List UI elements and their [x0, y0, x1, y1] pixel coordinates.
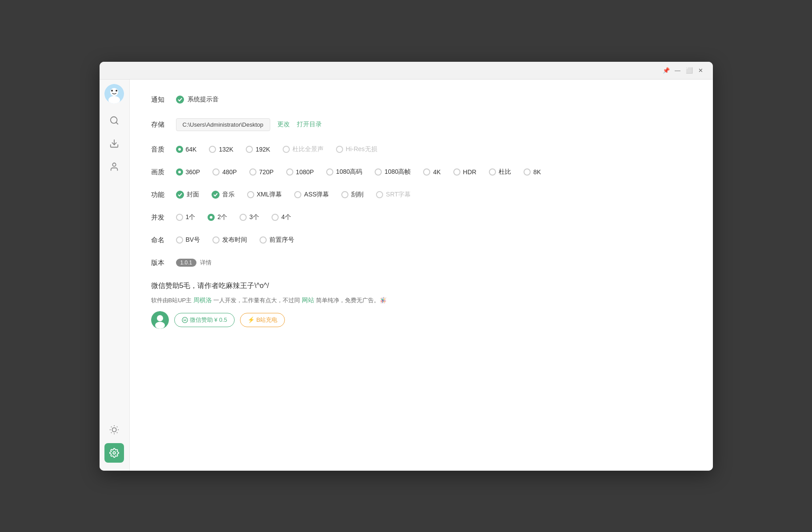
donation-desc-middle: 一人开发，工作量有点大，不过同	[212, 297, 302, 304]
feature-option-label: 刮削	[351, 191, 364, 199]
naming-option-label: 前置序号	[269, 236, 294, 244]
svg-point-11	[112, 428, 116, 432]
feature-option[interactable]: XML弹幕	[247, 191, 282, 199]
video-option[interactable]: 1080高码	[326, 168, 362, 176]
video-option[interactable]: 1080P	[286, 168, 314, 176]
feature-option[interactable]: 音乐	[212, 191, 235, 199]
concurrency-options: 1个2个3个4个	[176, 213, 304, 221]
video-option-label: 8K	[533, 168, 541, 176]
video-option-label: 杜比	[499, 168, 511, 176]
video-option[interactable]: HDR	[453, 168, 476, 176]
pin-button[interactable]: 📌	[661, 65, 671, 75]
video-option-label: 720P	[259, 168, 274, 176]
version-detail-link[interactable]: 详情	[200, 259, 212, 267]
donation-desc-suffix: 简单纯净，免费无广告。🪅	[314, 297, 387, 304]
svg-point-10	[112, 163, 116, 166]
audio-quality-label: 音质	[151, 145, 176, 154]
version-content: 1.0.1 详情	[176, 259, 212, 267]
feature-option[interactable]: 封面	[176, 191, 199, 199]
author-avatar	[151, 311, 169, 329]
video-quality-row: 画质 360P480P720P1080P1080高码1080高帧4KHDR杜比8…	[151, 168, 692, 176]
concurrency-option-label: 1个	[186, 213, 196, 221]
svg-line-18	[111, 432, 112, 432]
maximize-button[interactable]: ⬜	[684, 65, 694, 75]
video-option[interactable]: 4K	[423, 168, 440, 176]
audio-option[interactable]: 杜比全景声	[283, 145, 324, 153]
wechat-donate-label: 微信赞助 ¥ 0.5	[190, 316, 228, 324]
naming-option[interactable]: BV号	[176, 236, 200, 244]
audio-option[interactable]: Hi-Res无损	[336, 145, 377, 153]
svg-line-15	[117, 432, 117, 432]
version-badge: 1.0.1	[176, 259, 197, 267]
sidebar-item-download[interactable]	[104, 134, 124, 153]
feature-option[interactable]: 刮削	[341, 191, 364, 199]
feature-option-label: XML弹幕	[257, 191, 282, 199]
naming-row: 命名 BV号发布时间前置序号	[151, 236, 692, 244]
concurrency-option[interactable]: 1个	[176, 213, 196, 221]
sidebar-item-search[interactable]	[104, 111, 124, 130]
author-link[interactable]: 周棋洛	[193, 296, 212, 304]
feature-unchecked-icon	[247, 191, 254, 198]
svg-point-26	[185, 319, 186, 320]
feature-check-icon	[212, 191, 220, 199]
avatar[interactable]	[104, 84, 124, 104]
app-window: 📌 — ⬜ ✕	[100, 62, 713, 471]
naming-option[interactable]: 前置序号	[260, 236, 294, 244]
features-options: 封面音乐XML弹幕ASS弹幕刮削SRT字幕	[176, 191, 424, 199]
main-content: 通知 系统提示音 存储 C:\Users\Admin	[130, 80, 713, 471]
storage-open-btn[interactable]: 打开目录	[297, 120, 322, 128]
audio-option-label: 杜比全景声	[292, 145, 324, 153]
video-option-label: 4K	[433, 168, 440, 176]
sidebar-item-theme[interactable]	[104, 420, 124, 440]
site-link[interactable]: 网站	[302, 296, 314, 304]
feature-option[interactable]: SRT字幕	[376, 191, 411, 199]
svg-line-8	[116, 122, 118, 124]
storage-change-btn[interactable]: 更改	[277, 120, 290, 128]
feature-option-label: SRT字幕	[386, 191, 411, 199]
naming-option[interactable]: 发布时间	[212, 236, 247, 244]
concurrency-row: 并发 1个2个3个4个	[151, 213, 692, 222]
concurrency-option[interactable]: 2个	[208, 213, 227, 221]
feature-unchecked-icon	[376, 191, 383, 198]
wechat-donate-button[interactable]: 微信赞助 ¥ 0.5	[174, 313, 235, 327]
naming-option-label: 发布时间	[222, 236, 247, 244]
sidebar-item-settings[interactable]	[104, 443, 124, 463]
notification-item[interactable]: 系统提示音	[176, 96, 219, 104]
bilibili-donate-label: ⚡ B站充电	[248, 316, 277, 324]
svg-point-4	[116, 90, 117, 92]
video-option[interactable]: 480P	[212, 168, 237, 176]
feature-unchecked-icon	[294, 191, 301, 198]
video-quality-options: 360P480P720P1080P1080高码1080高帧4KHDR杜比8K	[176, 168, 554, 176]
audio-option[interactable]: 64K	[176, 146, 197, 153]
video-option[interactable]: 1080高帧	[375, 168, 411, 176]
video-option-label: 480P	[222, 168, 237, 176]
features-label: 功能	[151, 191, 176, 199]
video-option[interactable]: 720P	[249, 168, 274, 176]
audio-option[interactable]: 132K	[209, 146, 233, 153]
concurrency-label: 并发	[151, 213, 176, 222]
naming-label: 命名	[151, 236, 176, 244]
close-button[interactable]: ✕	[696, 65, 706, 75]
concurrency-option[interactable]: 4个	[272, 213, 291, 221]
feature-option-label: 封面	[187, 191, 199, 199]
notification-label: 通知	[151, 96, 176, 104]
video-option-label: 1080高帧	[384, 168, 411, 176]
storage-row: 存储 C:\Users\Administrator\Desktop 更改 打开目…	[151, 118, 692, 131]
video-option[interactable]: 8K	[524, 168, 541, 176]
sidebar-item-user[interactable]	[104, 157, 124, 176]
notification-content: 系统提示音	[176, 96, 219, 104]
feature-option[interactable]: ASS弹幕	[294, 191, 329, 199]
concurrency-option-label: 3个	[249, 213, 259, 221]
bilibili-donate-button[interactable]: ⚡ B站充电	[240, 313, 285, 327]
concurrency-option[interactable]: 3个	[240, 213, 259, 221]
donation-desc-prefix: 软件由B站UP主	[151, 297, 193, 304]
minimize-button[interactable]: —	[673, 65, 683, 75]
audio-option[interactable]: 192K	[246, 146, 270, 153]
video-option[interactable]: 360P	[176, 168, 200, 176]
notification-item-label: 系统提示音	[188, 96, 219, 104]
feature-option-label: ASS弹幕	[304, 191, 329, 199]
svg-point-23	[155, 322, 165, 329]
video-option-label: HDR	[463, 168, 476, 176]
video-option[interactable]: 杜比	[489, 168, 511, 176]
concurrency-option-label: 2个	[217, 213, 227, 221]
